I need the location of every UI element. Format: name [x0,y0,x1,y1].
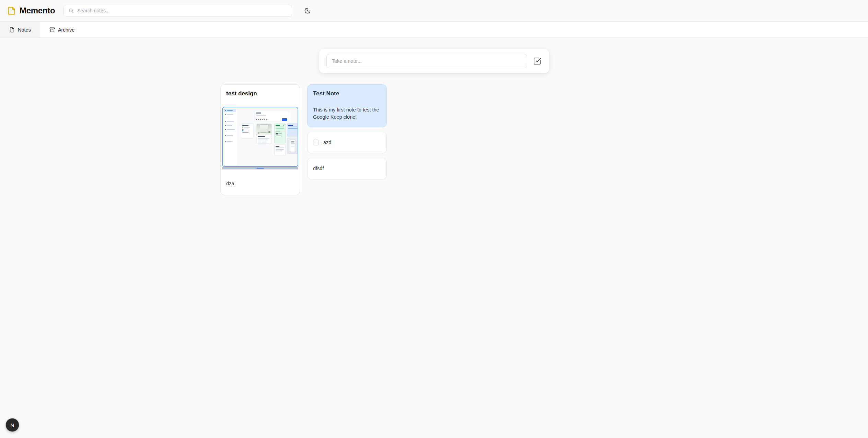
avatar-initial: N [11,422,14,428]
tab-archive-label: Archive [58,27,74,33]
thumb-sidebar [223,107,238,166]
theme-toggle-button[interactable] [301,4,314,17]
check-square-icon [533,57,541,65]
thumb-checklist-card [241,123,254,139]
checklist-item-label: azd [323,139,331,146]
thumb-main-area [238,107,298,166]
app-header: Memento [0,0,868,22]
thumb-composer [254,111,289,122]
board-column-2: Test Note This is my first note to test … [307,84,387,179]
thumb-phone-card [287,138,298,154]
app-title: Memento [20,6,55,15]
moon-icon [304,7,311,14]
thumb-scrollbar [222,167,298,169]
note-composer [319,49,549,73]
note-card-test-note[interactable]: Test Note This is my first note to test … [307,84,387,127]
tab-bar: Notes Archive [0,22,868,38]
note-content: This is my first note to test the Google… [308,97,386,127]
notes-board: test design [220,84,387,195]
search-bar[interactable] [63,5,292,17]
checkbox-unchecked[interactable] [313,140,319,145]
thumb-photo-card [256,123,272,144]
file-icon [9,27,15,33]
tab-notes[interactable]: Notes [0,22,40,37]
archive-icon [49,27,55,33]
sticky-note-icon [7,6,16,15]
new-checklist-button[interactable] [533,57,541,65]
search-icon [68,8,74,13]
thumb-green-card [274,123,286,143]
brand: Memento [7,6,55,15]
note-thumbnail-image [222,107,298,167]
note-card-dfsdf[interactable]: dfsdf [307,158,387,179]
note-title: Test Note [308,85,386,97]
user-avatar-button[interactable]: N [6,418,19,431]
board-column-1: test design [220,84,300,195]
note-content: dza [221,169,300,195]
note-content: dfsdf [308,158,386,179]
tab-notes-label: Notes [18,27,31,33]
search-input[interactable] [77,8,287,13]
note-card-test-design[interactable]: test design [220,84,300,195]
thumb-idea-card [274,144,286,156]
tab-archive[interactable]: Archive [40,22,84,37]
thumb-scrollbar-thumb [257,168,264,169]
thumb-blue-card [287,123,298,137]
note-card-azd[interactable]: azd [307,132,387,153]
note-title: test design [221,85,300,97]
take-a-note-input[interactable] [326,54,527,68]
